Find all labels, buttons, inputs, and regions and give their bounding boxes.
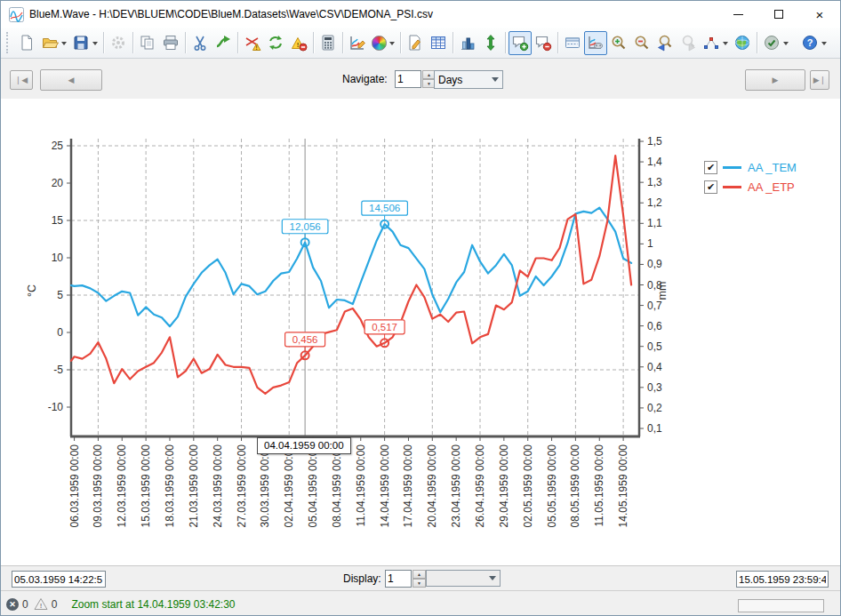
zoom-previous-button[interactable] [653, 31, 677, 55]
toolbar-separator [453, 32, 453, 53]
legend-label[interactable]: AA _ETP [748, 180, 795, 194]
table-icon [429, 34, 447, 52]
remove-error-values-button[interactable]: ! [287, 31, 310, 55]
convert-error-values-button[interactable] [264, 31, 287, 55]
legend-checkbox[interactable]: ✔ [704, 180, 717, 194]
x-axis-tick-label: 26.04.1959 00:00 [474, 444, 486, 528]
save-button[interactable] [69, 31, 100, 55]
zoom-out-button[interactable] [630, 31, 653, 55]
annotation-remove-icon [534, 34, 552, 52]
main-toolbar: ! ! ? [1, 28, 840, 59]
dropdown-arrow-icon [92, 42, 98, 48]
edit-series-button[interactable] [404, 31, 427, 55]
node-edit-icon [702, 34, 720, 52]
apply-button[interactable] [760, 31, 791, 55]
merge-timeseries-button[interactable] [212, 31, 235, 55]
legend-line-icon [723, 166, 741, 169]
left-axis-title: °C [26, 284, 38, 297]
minimize-button[interactable] [717, 1, 758, 28]
zoom-in-icon [610, 34, 628, 52]
remove-annotation-button[interactable] [532, 31, 555, 55]
annotation-label: 14,506 [369, 203, 400, 213]
range-end-input[interactable] [736, 571, 829, 588]
chart-legend: ✔AA _TEM✔AA _ETP [704, 157, 797, 196]
next-icon: ▶ [773, 76, 779, 84]
x-axis-tick-label: 17.04.1959 00:00 [402, 444, 414, 528]
check-circle-icon [763, 34, 781, 52]
range-start-input[interactable] [12, 571, 106, 588]
progress-indicator [738, 599, 824, 612]
x-axis-tick-label: 11.05.1959 00:00 [593, 444, 605, 527]
go-last-button[interactable]: ▶❘ [810, 70, 829, 90]
maximize-button[interactable] [758, 1, 799, 28]
table-view-button[interactable] [427, 31, 450, 55]
warnings-icon[interactable]: ! [34, 597, 48, 611]
navigate-step-input[interactable] [395, 70, 421, 88]
add-annotation-button[interactable] [509, 31, 532, 55]
toolbar-separator [342, 32, 343, 53]
legend-checkbox[interactable]: ✔ [704, 161, 717, 174]
right-axis-tick-label: 0,6 [647, 320, 662, 332]
rescale-axes-button[interactable] [479, 31, 502, 55]
close-button[interactable]: × [799, 1, 840, 28]
gear-icon [109, 34, 127, 52]
statistics-button[interactable] [456, 31, 479, 55]
go-first-button[interactable]: ❘◀ [10, 70, 33, 90]
display-count-input[interactable] [385, 570, 412, 588]
axes-dialog-button[interactable] [561, 31, 584, 55]
title-bar[interactable]: BlueM.Wave - H:\DEV\BLUEM\CODE\BlueM.Dat… [1, 1, 840, 28]
chart-properties-button[interactable] [346, 31, 369, 55]
x-axis-tick-label: 20.04.1959 00:00 [426, 444, 438, 528]
annotation-label: 12,056 [290, 221, 321, 232]
left-axis-tick-label: 0 [57, 326, 63, 339]
navigate-label: Navigate: [342, 73, 388, 85]
previous-icon: ◀ [68, 76, 75, 84]
window-title: BlueM.Wave - H:\DEV\BLUEM\CODE\BlueM.Dat… [29, 8, 433, 20]
x-axis-tick-label: 14.05.1959 00:00 [617, 444, 629, 528]
open-button[interactable] [38, 31, 69, 55]
display-spinner[interactable]: ▲▼ [412, 570, 426, 588]
pan-zoom-tool-button[interactable] [584, 31, 607, 55]
print-button[interactable] [159, 31, 182, 55]
left-axis-tick-label: 5 [57, 289, 63, 301]
color-palette-button[interactable] [369, 31, 397, 55]
copy-button[interactable] [136, 31, 159, 55]
x-axis-tick-label: 12.03.1959 00:00 [116, 444, 128, 528]
delete-timeseries-warning-button[interactable]: ! [241, 31, 264, 55]
left-axis-tick-label: 25 [52, 140, 64, 152]
cut-timeseries-button[interactable] [188, 31, 212, 55]
dropdown-arrow-icon [61, 42, 67, 48]
dropdown-arrow-icon [783, 42, 789, 48]
edit-points-button[interactable] [700, 31, 731, 55]
calculator-button[interactable] [316, 31, 340, 55]
color-wheel-icon [372, 36, 387, 51]
toolbar-separator [237, 32, 238, 53]
display-unit-select[interactable] [426, 570, 501, 587]
new-button[interactable] [15, 31, 38, 55]
zoom-next-button[interactable] [677, 31, 700, 55]
zoom-out-icon [633, 34, 651, 52]
series-line-aa-_etp [71, 156, 631, 394]
errors-icon[interactable]: ✕ [6, 598, 19, 611]
zoom-previous-icon [656, 34, 674, 52]
navigate-step-spinbox: ▲▼ [395, 70, 436, 88]
close-icon: × [816, 8, 824, 21]
zoom-in-button[interactable] [607, 31, 630, 55]
settings-button[interactable] [107, 31, 130, 55]
legend-label[interactable]: AA _TEM [748, 161, 797, 174]
left-axis-tick-label: 10 [52, 252, 64, 264]
help-button[interactable]: ? [798, 31, 829, 55]
maximize-icon [774, 10, 783, 19]
app-logo-icon [9, 7, 24, 22]
toolbar-grip[interactable] [6, 32, 11, 53]
go-previous-button[interactable]: ◀ [40, 69, 102, 91]
navigate-unit-select[interactable]: Days [434, 70, 503, 89]
toolbar-separator [185, 32, 186, 53]
map-button[interactable] [731, 31, 754, 55]
dropdown-arrow-icon [389, 42, 395, 48]
toolbar-separator [557, 32, 558, 53]
vertical-arrows-icon [482, 34, 500, 52]
go-next-button[interactable]: ▶ [745, 69, 805, 91]
globe-icon [733, 34, 751, 52]
chart-edit-icon [348, 34, 366, 52]
